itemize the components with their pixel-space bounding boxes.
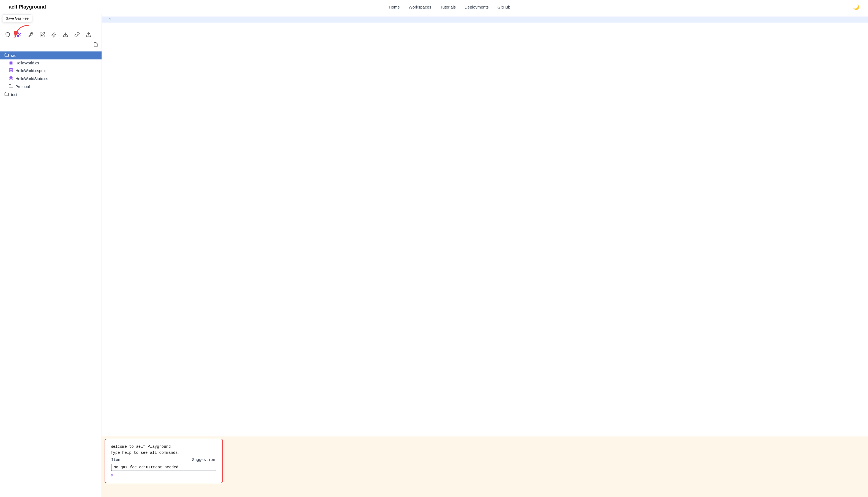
scissors-icon[interactable] [15,31,23,39]
file-tree-header [0,41,102,49]
cs-state-icon [9,76,13,81]
upload-icon[interactable] [85,31,93,39]
file-item-test[interactable]: test [0,90,102,99]
terminal-welcome-2: Type help to see all commands. [111,450,217,456]
line-content-1 [116,16,868,23]
table-header-item: Item [111,458,143,463]
folder-icon [9,84,13,89]
terminal-box: Welcome to aelf Playground. Type help to… [104,439,223,483]
header-right: 🌙 [853,4,859,10]
new-file-icon[interactable] [93,42,98,48]
cs-icon [9,61,13,65]
table-header-suggestion: Suggestion [143,458,216,463]
download-icon[interactable] [62,31,69,39]
file-label: HelloWorldState.cs [15,76,48,81]
svg-marker-5 [52,32,56,37]
main-layout: Save Gas Fee [0,14,868,497]
editor-area: 1 Welcome to aelf Playground. Type help … [102,14,868,497]
svg-point-13 [10,77,12,79]
nav-workspaces[interactable]: Workspaces [409,5,431,9]
file-label: HelloWorld.csproj [15,69,45,73]
sidebar: Save Gas Fee [0,14,102,497]
line-number-1: 1 [102,16,116,23]
file-label: src [11,53,16,58]
link-icon[interactable] [73,31,81,39]
file-item-helloworld-csproj[interactable]: HelloWorld.csproj [0,67,102,74]
file-tree: src HelloWorld.cs HelloWorld.csproj [0,49,102,497]
nav-home[interactable]: Home [389,5,400,9]
svg-line-3 [20,35,21,37]
file-label: Protobuf [15,85,30,89]
file-item-protobuf[interactable]: Protobuf [0,83,102,90]
nav-github[interactable]: GitHub [498,5,511,9]
svg-point-1 [17,36,19,37]
file-item-helloworldstate-cs[interactable]: HelloWorldState.cs [0,74,102,83]
shield-icon[interactable] [4,31,12,39]
folder-icon [4,53,9,58]
csproj-icon [9,68,13,73]
wrench-icon[interactable] [27,31,35,39]
file-label: HelloWorld.cs [15,61,39,65]
main-nav: Home Workspaces Tutorials Deployments Gi… [389,5,510,9]
terminal-input-cell [111,464,216,471]
app-title: aelf Playground [9,4,46,10]
nav-tutorials[interactable]: Tutorials [440,5,456,9]
save-gas-fee-tooltip: Save Gas Fee [2,14,32,22]
svg-point-12 [9,76,13,80]
pencil-icon[interactable] [39,31,46,39]
file-item-src[interactable]: src [0,52,102,59]
bottom-panel: Welcome to aelf Playground. Type help to… [102,437,868,497]
file-label: test [11,93,17,97]
header: aelf Playground Home Workspaces Tutorial… [0,0,868,14]
theme-toggle-icon[interactable]: 🌙 [853,4,859,10]
terminal-welcome-1: Welcome to aelf Playground. [111,444,217,450]
svg-point-9 [9,61,13,65]
svg-point-0 [17,33,19,34]
nav-deployments[interactable]: Deployments [465,5,489,9]
terminal-input[interactable] [111,464,216,471]
toolbar [0,29,102,41]
svg-point-10 [10,62,12,63]
editor-line-1: 1 [102,16,868,23]
deploy-icon[interactable] [50,31,58,39]
folder-icon [4,92,9,97]
svg-line-4 [18,34,19,35]
terminal-input-row [111,464,216,471]
code-editor[interactable]: 1 [102,14,868,437]
terminal-prompt: # [111,473,217,478]
terminal-table: Item Suggestion [111,457,217,471]
file-item-helloworld-cs[interactable]: HelloWorld.cs [0,59,102,67]
